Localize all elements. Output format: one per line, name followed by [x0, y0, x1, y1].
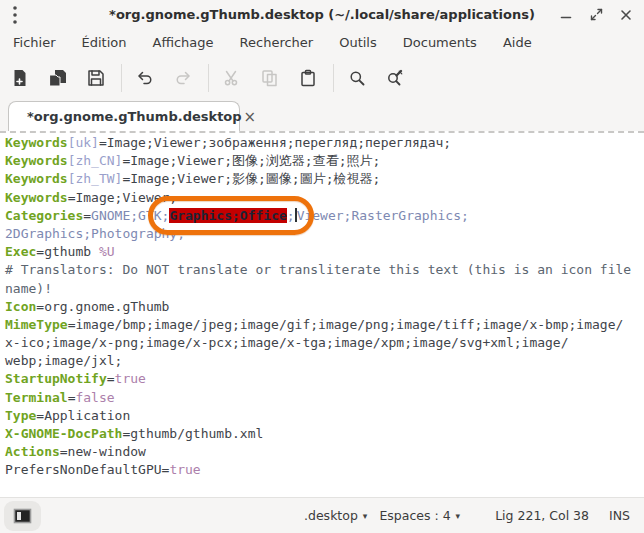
maximize-icon — [590, 8, 603, 21]
cursor-position-label: Lig 221, Col 38 — [495, 508, 589, 523]
menu-fichier[interactable]: Fichier — [0, 32, 69, 53]
menu-affichage[interactable]: Affichage — [139, 32, 226, 53]
code-line: Keywords[uk]=Image;Viewer;зображення;пер… — [5, 134, 644, 152]
tab-width-selector[interactable]: Espaces : 4 ▾ — [379, 508, 460, 523]
cut-button — [218, 64, 246, 92]
redo-button — [169, 64, 197, 92]
tab-org-gnome-gthumb-desktop[interactable]: *org.gnome.gThumb.desktop × — [8, 101, 240, 131]
undo-icon — [136, 69, 154, 87]
menu-outils[interactable]: Outils — [326, 32, 390, 53]
copy-button — [256, 64, 284, 92]
menu-documents[interactable]: Documents — [390, 32, 490, 53]
undo-button[interactable] — [131, 64, 159, 92]
search-replace-icon — [386, 69, 405, 87]
cut-icon — [223, 69, 241, 87]
toolbar — [0, 55, 644, 100]
kebab-icon — [12, 5, 18, 25]
save-icon — [87, 69, 105, 87]
redo-icon — [174, 69, 192, 87]
titlebar: *org.gnome.gThumb.desktop (~/.local/shar… — [0, 0, 644, 29]
maximize-button[interactable] — [588, 7, 604, 23]
search-replace-button[interactable] — [381, 64, 409, 92]
toolbar-separator — [121, 64, 122, 92]
toolbar-separator — [208, 64, 209, 92]
tab-label: *org.gnome.gThumb.desktop — [27, 109, 242, 124]
text-editor-area[interactable]: Keywords[uk]=Image;Viewer;зображення;пер… — [0, 131, 644, 497]
close-button[interactable] — [618, 7, 634, 23]
open-document-button[interactable] — [44, 64, 72, 92]
search-icon — [348, 69, 366, 87]
insert-mode-label: INS — [609, 508, 630, 523]
tabbar: *org.gnome.gThumb.desktop × — [0, 100, 644, 131]
code-line: Exec=gthumb %U — [5, 243, 644, 261]
editor-lines: Keywords[uk]=Image;Viewer;зображення;пер… — [5, 134, 644, 480]
language-selector[interactable]: .desktop ▾ — [304, 508, 367, 523]
code-line: PrefersNonDefaultGPU=true — [5, 461, 644, 479]
statusbar: .desktop ▾ Espaces : 4 ▾ Lig 221, Col 38… — [0, 497, 644, 533]
save-document-button[interactable] — [82, 64, 110, 92]
caret-down-icon: ▾ — [456, 511, 461, 521]
code-line: Actions=new-window — [5, 443, 644, 461]
menu-rechercher[interactable]: Rechercher — [227, 32, 327, 53]
open-document-icon — [49, 69, 68, 87]
paste-icon — [299, 69, 317, 87]
new-document-icon — [11, 69, 29, 87]
code-line: Type=Application — [5, 407, 644, 425]
language-label: .desktop — [304, 508, 358, 523]
side-panel-icon — [13, 508, 32, 524]
menubar: Fichier Édition Affichage Rechercher Out… — [0, 29, 644, 55]
code-line: Icon=org.gnome.gThumb — [5, 298, 644, 316]
tab-close-icon[interactable]: × — [242, 110, 259, 124]
toolbar-separator — [333, 64, 334, 92]
window-menu-button[interactable] — [2, 2, 28, 28]
code-line: # Translators: Do NOT translate or trans… — [5, 261, 644, 279]
code-line: webp;image/jxl; — [5, 352, 644, 370]
menu-aide[interactable]: Aide — [490, 32, 545, 53]
paste-button[interactable] — [294, 64, 322, 92]
code-line: Categories=GNOME;GTK;Graphics;Office;Vie… — [5, 207, 644, 225]
code-line: Keywords[zh_CN]=Image;Viewer;图像;浏览器;查看;照… — [5, 152, 644, 170]
minimize-icon — [560, 9, 572, 21]
code-line: x-ico;image/x-png;image/x-pcx;image/x-tg… — [5, 334, 644, 352]
side-panel-toggle-button[interactable] — [4, 501, 41, 531]
code-line: StartupNotify=true — [5, 370, 644, 388]
tab-width-label: Espaces : 4 — [379, 508, 450, 523]
code-line: Keywords=Image;Viewer; — [5, 189, 644, 207]
copy-icon — [261, 69, 279, 87]
code-line: X-GNOME-DocPath=gthumb/gthumb.xml — [5, 425, 644, 443]
code-line: MimeType=image/bmp;image/jpeg;image/gif;… — [5, 316, 644, 334]
xed-window: *org.gnome.gThumb.desktop (~/.local/shar… — [0, 0, 644, 533]
caret-down-icon: ▾ — [363, 511, 368, 521]
window-title: *org.gnome.gThumb.desktop (~/.local/shar… — [0, 7, 644, 22]
minimize-button[interactable] — [558, 7, 574, 23]
menu-edition[interactable]: Édition — [69, 32, 140, 53]
new-document-button[interactable] — [6, 64, 34, 92]
code-line: 2DGraphics;Photography; — [5, 225, 644, 243]
close-icon — [620, 9, 632, 21]
code-line: Terminal=false — [5, 389, 644, 407]
code-line: Keywords[zh_TW]=Image;Viewer;影像;圖像;圖片;檢視… — [5, 170, 644, 188]
code-line: name)! — [5, 280, 644, 298]
search-button[interactable] — [343, 64, 371, 92]
